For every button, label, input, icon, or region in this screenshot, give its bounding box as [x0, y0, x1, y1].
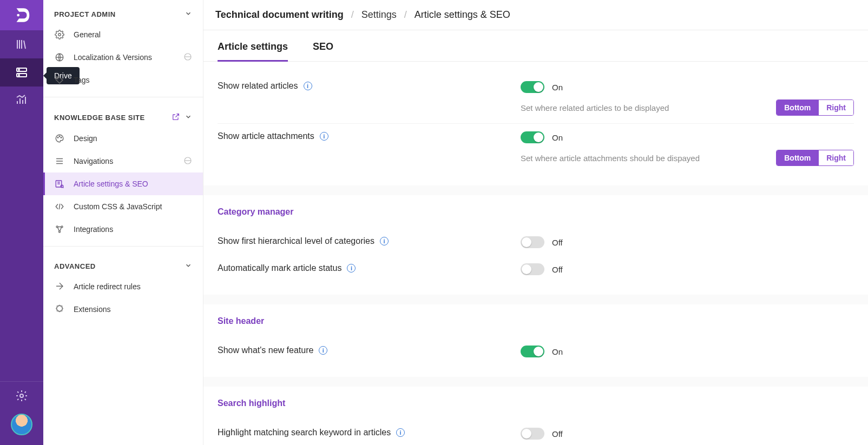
seg-opt-bottom[interactable]: Bottom — [777, 100, 818, 115]
gear-icon — [54, 29, 65, 40]
tab-article-settings[interactable]: Article settings — [218, 41, 288, 61]
toggle-state: Off — [552, 265, 563, 274]
info-icon[interactable]: i — [347, 264, 356, 273]
section-kb-site[interactable]: KNOWLEDGE BASE SITE — [43, 103, 203, 127]
segmented-related-position: Bottom Right — [776, 99, 854, 116]
breadcrumb-mid[interactable]: Settings — [361, 9, 397, 21]
toggle-related-articles[interactable] — [521, 81, 544, 93]
svg-point-3 — [18, 69, 19, 70]
sidebar-item-tags[interactable]: Tags — [43, 69, 203, 91]
puzzle-icon — [54, 304, 65, 315]
info-icon[interactable]: i — [319, 346, 327, 355]
sidebar-item-label: Design — [74, 134, 97, 143]
section-label: PROJECT ADMIN — [54, 10, 116, 18]
rail-drive[interactable] — [0, 58, 43, 87]
rail-analytics[interactable] — [0, 87, 43, 115]
section-project-admin[interactable]: PROJECT ADMIN — [43, 0, 203, 23]
seg-opt-right[interactable]: Right — [818, 100, 853, 115]
sidebar-item-redirect[interactable]: Article redirect rules — [43, 275, 203, 298]
svg-point-17 — [61, 226, 63, 228]
external-link-icon[interactable] — [172, 112, 180, 123]
seg-opt-bottom[interactable]: Bottom — [777, 150, 818, 165]
seg-opt-right[interactable]: Right — [818, 150, 853, 165]
sidebar-item-navigations[interactable]: Navigations — [43, 150, 203, 172]
sidebar-item-localization[interactable]: Localization & Versions — [43, 46, 203, 69]
integrations-icon — [54, 224, 65, 235]
analytics-icon — [15, 94, 28, 107]
globe-icon — [54, 52, 65, 63]
row-label: Show first hierarchical level of categor… — [218, 236, 374, 246]
segmented-attachments-position: Bottom Right — [776, 150, 854, 166]
gear-icon — [15, 389, 28, 402]
chevron-down-icon — [185, 262, 192, 271]
info-icon[interactable]: i — [304, 82, 312, 90]
sidebar-item-label: Navigations — [74, 157, 113, 165]
svg-point-5 — [20, 394, 23, 397]
sidebar-item-label: Article redirect rules — [74, 282, 141, 291]
svg-point-11 — [59, 136, 60, 137]
svg-point-9 — [57, 78, 58, 79]
code-icon — [54, 201, 65, 212]
chevron-down-icon — [185, 10, 192, 19]
sidebar-item-extensions[interactable]: Extensions — [43, 298, 203, 321]
content-scroll[interactable]: Show related articles i On Set where rel… — [203, 62, 868, 445]
globe-icon — [183, 156, 192, 167]
rail-settings[interactable] — [0, 381, 43, 409]
menu-icon — [54, 156, 65, 167]
breadcrumb-sep: / — [351, 9, 354, 21]
row-related-articles: Show related articles i On Set where rel… — [218, 74, 854, 123]
toggle-state: On — [552, 133, 563, 142]
breadcrumb-current: Article settings & SEO — [415, 9, 510, 21]
section-label: ADVANCED — [54, 262, 96, 270]
info-icon[interactable]: i — [380, 237, 389, 245]
row-search-highlight: Highlight matching search keyword in art… — [218, 420, 854, 445]
books-icon — [15, 38, 28, 51]
breadcrumb: Technical document writing / Settings / … — [203, 0, 868, 30]
avatar[interactable] — [11, 414, 32, 435]
sidebar-item-design[interactable]: Design — [43, 127, 203, 150]
row-label: Show related articles — [218, 81, 298, 91]
toggle-article-attachments[interactable] — [521, 131, 544, 143]
svg-point-10 — [57, 137, 58, 138]
logo — [0, 0, 43, 30]
tab-seo[interactable]: SEO — [313, 41, 333, 61]
row-auto-article-status: Automatically mark article status i Off — [218, 256, 854, 283]
toggle-auto-article-status[interactable] — [521, 263, 544, 275]
tag-icon — [54, 75, 65, 85]
sidebar-item-integrations[interactable]: Integrations — [43, 218, 203, 241]
sidebar-item-label: General — [74, 30, 101, 39]
rail-library[interactable] — [0, 30, 43, 58]
drive-icon — [15, 66, 28, 79]
toggle-state: On — [552, 83, 563, 92]
svg-point-4 — [18, 75, 19, 76]
svg-point-16 — [56, 226, 58, 228]
row-whats-new: Show what's new feature i On — [218, 338, 854, 365]
toggle-state: Off — [552, 238, 563, 247]
row-label: Show article attachments — [218, 131, 314, 141]
info-icon[interactable]: i — [396, 428, 405, 437]
row-article-attachments: Show article attachments i On Set where … — [218, 123, 854, 174]
sidebar-item-article-seo[interactable]: Article settings & SEO — [43, 172, 203, 195]
toggle-whats-new[interactable] — [521, 346, 544, 357]
group-title: Search highlight — [218, 398, 854, 408]
sidebar-item-custom-css[interactable]: Custom CSS & JavaScript — [43, 195, 203, 218]
row-hint: Set where article attachments should be … — [521, 154, 700, 163]
globe-icon — [183, 52, 192, 63]
group-title: Site header — [218, 316, 854, 326]
card-site-header: Site header Show what's new feature i On — [203, 304, 868, 377]
section-advanced[interactable]: ADVANCED — [43, 252, 203, 275]
section-label: KNOWLEDGE BASE SITE — [54, 114, 145, 122]
toggle-first-level-categories[interactable] — [521, 236, 544, 248]
sidebar-item-general[interactable]: General — [43, 23, 203, 46]
nav-rail: Drive — [0, 0, 43, 445]
breadcrumb-root[interactable]: Technical document writing — [215, 9, 344, 21]
toggle-search-highlight[interactable] — [521, 428, 544, 440]
svg-point-6 — [58, 34, 61, 36]
sidebar-item-label: Article settings & SEO — [74, 180, 148, 188]
info-icon[interactable]: i — [320, 132, 328, 141]
settings-panel: PROJECT ADMIN General Localization & Ver… — [43, 0, 203, 445]
svg-point-18 — [59, 231, 61, 233]
breadcrumb-sep: / — [404, 9, 407, 21]
row-first-level-categories: Show first hierarchical level of categor… — [218, 229, 854, 256]
row-label: Automatically mark article status — [218, 263, 341, 273]
